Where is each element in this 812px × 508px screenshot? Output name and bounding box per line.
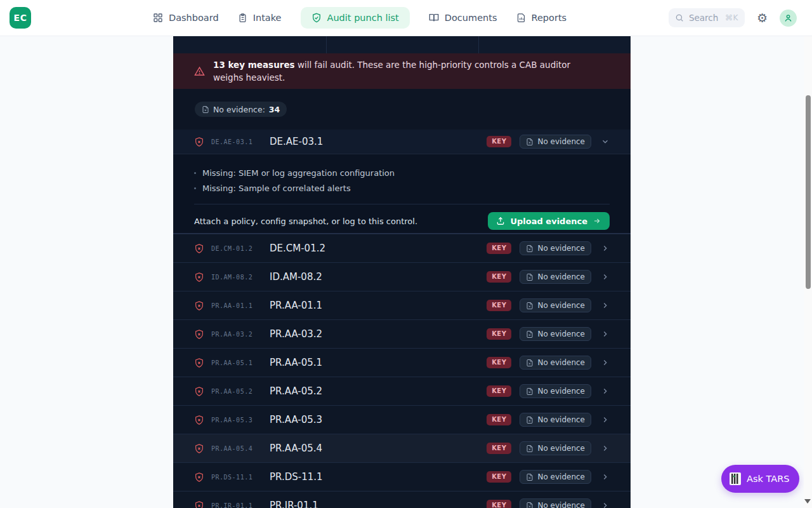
- control-row[interactable]: PR.IR-01.1 PR.IR-01.1 KEY No evidence: [173, 491, 631, 508]
- nav-audit-punch-list[interactable]: Audit punch list: [301, 7, 410, 29]
- chevron-right-icon[interactable]: [601, 444, 610, 453]
- chevron-right-icon[interactable]: [601, 272, 610, 281]
- tars-robot-icon: [729, 472, 742, 486]
- control-row[interactable]: PR.AA-01.1 PR.AA-01.1 KEY No evidence: [173, 291, 631, 319]
- dashboard-icon: [153, 13, 163, 23]
- shield-x-icon: [194, 243, 204, 254]
- scrollbar-thumb[interactable]: [806, 95, 811, 289]
- key-badge: KEY: [487, 500, 511, 508]
- no-evidence-badge: No evidence: [520, 327, 591, 341]
- audit-punch-list-panel: 13 key measures will fail audit. These a…: [173, 36, 631, 508]
- file-x-icon: [202, 105, 209, 114]
- control-row[interactable]: PR.AA-03.2 PR.AA-03.2 KEY No evidence: [173, 319, 631, 348]
- key-badge: KEY: [487, 385, 511, 397]
- upload-evidence-button[interactable]: Upload evidence: [488, 212, 610, 230]
- key-badge: KEY: [487, 243, 511, 254]
- shield-x-icon: [194, 300, 204, 311]
- nav-reports[interactable]: Reports: [516, 13, 567, 23]
- nav-intake[interactable]: Intake: [238, 13, 282, 23]
- search-icon: [675, 13, 684, 22]
- nav-dashboard-label: Dashboard: [169, 13, 219, 23]
- missing-item-text: Missing: SIEM or log aggregation configu…: [202, 168, 395, 178]
- control-detail-expanded: Missing: SIEM or log aggregation configu…: [173, 154, 631, 234]
- control-title: PR.AA-05.4: [270, 443, 322, 454]
- control-row-expanded[interactable]: DE.AE-03.1 DE.AE-03.1 KEY No evidence: [173, 130, 631, 154]
- control-title: PR.DS-11.1: [270, 471, 323, 483]
- nav-intake-label: Intake: [253, 13, 282, 23]
- control-code: ID.AM-08.2: [211, 274, 270, 281]
- control-row[interactable]: PR.DS-11.1 PR.DS-11.1 KEY No evidence: [173, 462, 631, 491]
- control-row[interactable]: PR.AA-05.4 PR.AA-05.4 KEY No evidence: [173, 434, 631, 462]
- no-evidence-label: No evidence: [537, 244, 585, 253]
- key-badge: KEY: [487, 414, 511, 425]
- key-badge: KEY: [487, 271, 511, 283]
- clipboard-icon: [238, 13, 247, 23]
- app-logo[interactable]: EC: [10, 7, 31, 29]
- search-input[interactable]: Search ⌘K: [669, 8, 745, 27]
- scrollbar-down-arrow[interactable]: [804, 499, 811, 504]
- nav-documents[interactable]: Documents: [429, 13, 497, 23]
- warning-banner-text: 13 key measures will fail audit. These a…: [213, 58, 584, 84]
- warning-count: 13 key measures: [213, 60, 295, 70]
- detail-divider: [194, 204, 610, 204]
- control-row[interactable]: PR.AA-05.2 PR.AA-05.2 KEY No evidence: [173, 377, 631, 405]
- stats-row-partial: [173, 36, 631, 53]
- control-code: PR.DS-11.1: [211, 474, 270, 481]
- nav-audit-label: Audit punch list: [327, 13, 399, 23]
- control-title: DE.CM-01.2: [270, 243, 325, 254]
- chevron-right-icon[interactable]: [601, 244, 610, 253]
- chevron-right-icon[interactable]: [601, 301, 610, 310]
- chevron-right-icon[interactable]: [601, 501, 610, 508]
- chevron-right-icon[interactable]: [601, 358, 610, 367]
- missing-item: Missing: SIEM or log aggregation configu…: [194, 165, 610, 180]
- key-badge: KEY: [487, 300, 511, 311]
- control-row[interactable]: ID.AM-08.2 ID.AM-08.2 KEY No evidence: [173, 262, 631, 291]
- ask-tars-button[interactable]: Ask TARS: [721, 465, 799, 493]
- stats-cell: [479, 36, 631, 53]
- ask-tars-label: Ask TARS: [747, 474, 789, 484]
- no-evidence-label: No evidence: [537, 358, 585, 367]
- no-evidence-label: No evidence: [537, 301, 585, 310]
- no-evidence-label: No evidence: [537, 272, 585, 281]
- no-evidence-badge: No evidence: [520, 413, 591, 427]
- search-shortcut: ⌘K: [725, 13, 738, 22]
- top-navbar: EC Dashboard Intake Audit punch list Doc…: [0, 0, 812, 36]
- control-row[interactable]: PR.AA-05.1 PR.AA-05.1 KEY No evidence: [173, 348, 631, 377]
- control-code: PR.IR-01.1: [211, 502, 270, 508]
- shield-x-icon: [194, 358, 204, 368]
- shield-x-icon: [194, 443, 204, 454]
- settings-gear-icon[interactable]: ⚙: [757, 12, 768, 24]
- filter-count: 34: [269, 105, 280, 114]
- no-evidence-filter-pill[interactable]: No evidence: 34: [195, 102, 287, 117]
- control-code: PR.AA-05.4: [211, 445, 270, 452]
- main-nav: Dashboard Intake Audit punch list Docume…: [153, 7, 566, 29]
- chevron-right-icon[interactable]: [601, 415, 610, 424]
- shield-x-icon: [194, 137, 204, 147]
- bullet-dot: [194, 172, 196, 174]
- chevron-down-icon[interactable]: [601, 137, 610, 146]
- chevron-right-icon[interactable]: [601, 330, 610, 338]
- nav-dashboard[interactable]: Dashboard: [153, 13, 219, 23]
- no-evidence-label: No evidence: [537, 501, 585, 508]
- chevron-right-icon[interactable]: [601, 472, 610, 481]
- no-evidence-badge: No evidence: [520, 470, 591, 484]
- scrollbar-track[interactable]: [804, 0, 812, 508]
- chevron-right-icon[interactable]: [601, 387, 610, 396]
- control-title: PR.AA-03.2: [270, 328, 322, 340]
- warning-triangle-icon: [194, 66, 205, 77]
- control-code: PR.AA-05.1: [211, 359, 270, 366]
- no-evidence-label: No evidence: [537, 137, 585, 146]
- control-row[interactable]: DE.CM-01.2 DE.CM-01.2 KEY No evidence: [173, 234, 631, 262]
- no-evidence-badge: No evidence: [520, 298, 591, 312]
- shield-check-icon: [311, 13, 322, 23]
- book-open-icon: [429, 13, 439, 23]
- control-code: DE.AE-03.1: [211, 138, 270, 145]
- person-icon: [783, 13, 793, 23]
- no-evidence-label: No evidence: [537, 472, 585, 481]
- search-placeholder: Search: [689, 13, 718, 23]
- control-row[interactable]: PR.AA-05.3 PR.AA-05.3 KEY No evidence: [173, 405, 631, 434]
- user-avatar[interactable]: [780, 10, 797, 27]
- no-evidence-badge: No evidence: [520, 498, 591, 508]
- no-evidence-label: No evidence: [537, 444, 585, 453]
- no-evidence-badge: No evidence: [520, 356, 591, 370]
